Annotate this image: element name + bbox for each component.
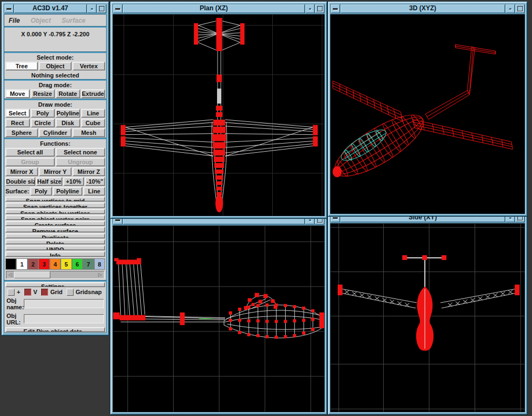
toolbox-titlebar[interactable]: AC3D v1.47 [4,4,107,14]
draw-cylinder-button[interactable]: Cylinder [39,128,71,137]
maximize-icon [317,6,323,11]
group-button: Group [5,158,55,166]
checkbox-checked-icon[interactable] [41,289,48,296]
palette-scrollbar[interactable]: ◁ ▷ [6,271,104,279]
mirror-y-button[interactable]: Mirror Y [39,167,71,176]
iconify-icon [309,8,311,10]
plan-view-canvas[interactable] [113,14,325,216]
select-none-button[interactable]: Select none [56,148,105,157]
menu-file[interactable]: File [9,17,20,24]
palette-swatch-0[interactable] [5,258,16,270]
side-view-window [110,212,327,415]
surface-polyline-button[interactable]: Polyline [53,187,83,196]
mirror-x-button[interactable]: Mirror X [5,167,38,176]
iconify-button[interactable] [87,4,96,13]
threed-view-drawing [331,15,524,213]
draw-rect-button[interactable]: Rect [5,119,30,127]
snap-vertices-to-grid-button[interactable]: Snap vertices to grid [5,197,105,202]
front-view-window: Side (XY) [327,210,528,415]
front-view-canvas[interactable] [330,223,525,412]
iconify-button[interactable] [505,4,515,13]
draw-sphere-button[interactable]: Sphere [5,128,38,137]
drag-extrude-button[interactable]: Extrude [81,89,106,98]
draw-line-button[interactable]: Line [81,109,106,118]
threed-wireframe [331,44,513,187]
double-size-button[interactable]: Double size [5,177,35,186]
plan-titlebar[interactable]: Plan (XZ) [113,4,325,14]
palette-swatch-4[interactable]: 4 [50,258,61,270]
side-vertices [113,258,324,339]
info-button[interactable]: Info [5,251,105,256]
settings-button[interactable]: Settings... [5,282,105,287]
drag-move-button[interactable]: Move [5,89,30,98]
gridsnap-toggle[interactable]: Gridsnap [67,289,102,296]
threed-view-canvas[interactable] [330,14,525,214]
side-view-canvas[interactable] [113,225,325,412]
draw-mesh-button[interactable]: Mesh [73,128,105,137]
snap-objects-by-vertices-button[interactable]: Snap objects by vertices [5,209,105,214]
window-menu-button[interactable] [331,4,340,13]
maximize-button[interactable] [515,4,524,13]
draw-circle-button[interactable]: Circle [31,119,55,127]
half-size-button[interactable]: Half size [36,177,62,186]
scroll-left-icon[interactable]: ◁ [6,271,14,278]
window-menu-button[interactable] [4,4,14,13]
delete-button[interactable]: Delete [5,239,105,244]
palette-swatch-8[interactable]: 8 [94,258,105,270]
scrollbar-track[interactable] [50,271,96,278]
palette-swatch-7[interactable]: 7 [83,258,94,270]
select-mode-vertex-button[interactable]: Vertex [73,62,105,70]
threed-view-window: 3D (XYZ) [327,1,528,217]
drag-resize-button[interactable]: Resize [31,89,55,98]
window-menu-button[interactable] [113,4,123,13]
duplicate-button[interactable]: Duplicate [5,233,105,238]
draw-poly-button[interactable]: Poly [31,109,55,118]
palette-swatch-1[interactable]: 1 [16,258,27,270]
mirror-z-button[interactable]: Mirror Z [73,167,105,176]
draw-cube-button[interactable]: Cube [81,119,106,127]
snap-vertices-together-button[interactable]: Snap vertices together [5,203,105,207]
palette-swatch-6[interactable]: 6 [72,258,83,270]
toolbox-window: AC3D v1.47 File Object Surface X 0.000 Y… [1,1,109,336]
vertices-toggle[interactable]: V [24,289,37,296]
snap-object-vertex-pairs-button[interactable]: Snap object vertex pairs [5,215,105,220]
minus-10-button[interactable]: -10%" [85,177,105,186]
palette-swatch-5[interactable]: 5 [61,258,71,270]
draw-disk-button[interactable]: Disk [56,119,80,127]
maximize-button[interactable] [314,4,324,13]
grid-toggle[interactable]: Grid [41,289,63,296]
vertices-label: V [34,289,37,295]
select-all-button[interactable]: Select all [5,148,55,157]
drag-rotate-button[interactable]: Rotate [56,89,80,98]
maximize-button[interactable] [96,4,106,13]
remove-surface-button[interactable]: Remove surface [5,227,105,232]
draw-polyline-button[interactable]: Polyline [56,109,80,118]
edit-dive-object-data-button[interactable]: Edit Dive object data... [5,327,105,332]
obj-url-input[interactable] [24,314,104,323]
checkbox-checked-icon[interactable] [24,289,31,296]
threed-titlebar[interactable]: 3D (XYZ) [330,4,525,14]
plus-10-button[interactable]: +10% [63,177,83,186]
undo-button[interactable]: UNDO [5,245,105,250]
select-mode-tree-button[interactable]: Tree [5,62,38,70]
minimize-icon [115,219,120,221]
iconify-button[interactable] [305,4,314,13]
scroll-right-icon[interactable]: ▷ [96,271,104,278]
gridsnap-label: Gridsnap [76,289,102,295]
toolbox-body: File Object Surface X 0.000 Y -0.795 Z -… [4,14,107,333]
scrollbar-thumb[interactable] [14,271,50,278]
obj-name-label: Obj name: [6,297,24,310]
create-surface-button[interactable]: Create surface [5,221,105,226]
checkbox-unchecked-icon[interactable] [67,289,74,296]
select-mode-object-button[interactable]: Object [39,62,71,70]
surface-poly-button[interactable]: Poly [30,187,52,196]
surface-line-button[interactable]: Line [83,187,105,196]
menu-object: Object [31,17,51,24]
axis-plus-toggle[interactable]: + [8,289,20,296]
obj-name-input[interactable] [24,299,104,308]
palette-swatch-2[interactable]: 2 [28,258,38,270]
palette-swatch-3[interactable]: 3 [38,258,49,270]
checkbox-unchecked-icon[interactable] [8,289,15,296]
draw-select-button[interactable]: Select [5,109,30,118]
grid-label: Grid [50,289,63,295]
